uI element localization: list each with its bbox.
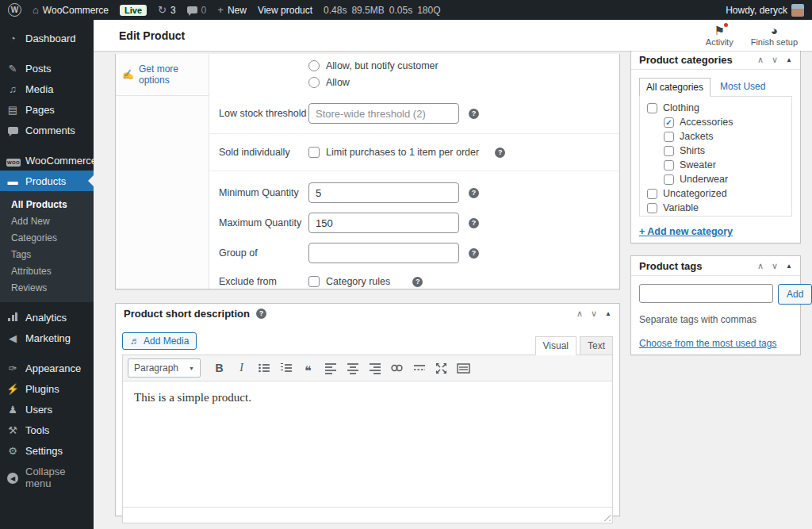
sidebar-item-tools[interactable]: ⚒Tools (0, 420, 94, 440)
italic-button[interactable]: I (232, 358, 251, 378)
low-stock-threshold-input[interactable] (308, 103, 459, 124)
posts-icon: ✎ (6, 63, 19, 75)
category-checkbox[interactable] (664, 160, 674, 171)
low-stock-threshold-label: Low stock threshold (219, 108, 308, 119)
move-up-icon[interactable]: ∧ (576, 309, 583, 319)
fullscreen-button[interactable] (431, 358, 451, 378)
finish-setup-button[interactable]: ◕ Finish setup (751, 25, 798, 47)
updates-icon: ↻ (158, 4, 167, 16)
sidebar-item-settings[interactable]: ⚙Settings (0, 440, 94, 461)
align-center-button[interactable] (343, 358, 362, 378)
toolbar-toggle-button[interactable] (454, 358, 473, 378)
blockquote-button[interactable]: ❝ (298, 358, 318, 378)
link-button[interactable] (387, 358, 407, 378)
submenu-tags[interactable]: Tags (0, 246, 94, 263)
toggle-panel-icon[interactable]: ▲ (786, 56, 792, 63)
sidebar-item-marketing[interactable]: ◀Marketing (0, 328, 94, 348)
collapse-menu-button[interactable]: ◀Collapse menu (0, 467, 94, 488)
category-checkbox[interactable] (647, 103, 657, 113)
category-checkbox[interactable] (664, 174, 674, 185)
dashboard-icon: ◔ (6, 33, 19, 44)
add-tag-button[interactable]: Add (778, 284, 812, 305)
submenu-reviews[interactable]: Reviews (0, 279, 94, 296)
backorders-notify-radio[interactable] (308, 60, 320, 71)
group-of-input[interactable] (308, 243, 459, 263)
add-media-button[interactable]: ♬ Add Media (122, 332, 197, 350)
most-used-tags-link[interactable]: Choose from the most used tags (639, 338, 776, 349)
new-content-link[interactable]: + New (217, 4, 247, 16)
analytics-icon (6, 312, 19, 324)
toggle-panel-icon[interactable]: ▲ (786, 263, 792, 270)
category-checkbox-checked[interactable]: ✓ (664, 117, 674, 128)
move-down-icon[interactable]: ∨ (772, 261, 778, 271)
site-name-link[interactable]: ⌂ WooCommerce (33, 4, 109, 16)
tab-text[interactable]: Text (580, 336, 613, 355)
group-of-label: Group of (219, 247, 308, 259)
move-down-icon[interactable]: ∨ (591, 309, 597, 319)
submenu-all-products[interactable]: All Products (0, 196, 94, 213)
category-variable: Variable (640, 201, 791, 215)
resize-grip[interactable] (601, 512, 611, 521)
view-product-link[interactable]: View product (258, 5, 312, 16)
updates-link[interactable]: ↻ 3 (158, 4, 176, 16)
bold-button[interactable]: B (209, 358, 229, 378)
category-checkbox[interactable] (664, 146, 674, 156)
category-clothing: Clothing (640, 101, 791, 115)
move-down-icon[interactable]: ∨ (772, 55, 778, 65)
get-more-options-tab[interactable]: ✍ Get more options (116, 54, 209, 96)
sidebar-item-users[interactable]: ♟Users (0, 399, 94, 420)
add-new-category-link[interactable]: + Add new category (639, 226, 733, 237)
sidebar-label: Settings (25, 445, 63, 457)
move-up-icon[interactable]: ∧ (757, 55, 764, 65)
users-icon: ♟ (6, 404, 19, 416)
sidebar-item-products[interactable]: ▬Products (0, 171, 94, 191)
sidebar-item-woocommerce[interactable]: WOOWooCommerce (0, 150, 94, 171)
category-rules-checkbox[interactable] (308, 276, 320, 287)
group-of-help-icon[interactable]: ? (469, 248, 479, 259)
move-up-icon[interactable]: ∧ (757, 261, 764, 271)
product-categories-panel: Product categories ∧ ∨ ▲ All categories … (630, 49, 801, 243)
tab-visual[interactable]: Visual (535, 336, 576, 355)
sidebar-item-pages[interactable]: ▤Pages (0, 99, 94, 120)
submenu-categories[interactable]: Categories (0, 229, 94, 246)
tag-input[interactable] (639, 284, 773, 303)
sidebar-item-posts[interactable]: ✎Posts (0, 58, 94, 79)
sidebar-item-appearance[interactable]: ✑Appearance (0, 358, 94, 378)
category-checkbox[interactable] (647, 203, 657, 213)
tab-most-used[interactable]: Most Used (720, 81, 765, 96)
sidebar-item-plugins[interactable]: ⚡Plugins (0, 378, 94, 399)
numbered-list-button[interactable] (276, 358, 296, 378)
short-description-help-icon[interactable]: ? (256, 309, 266, 319)
howdy-menu[interactable]: Howdy, deryck (726, 4, 804, 17)
submenu-attributes[interactable]: Attributes (0, 263, 94, 279)
sidebar-item-dashboard[interactable]: ◔Dashboard (0, 28, 94, 48)
max-quantity-help-icon[interactable]: ? (469, 218, 479, 228)
sidebar-item-comments[interactable]: Comments (0, 120, 94, 140)
sold-individually-checkbox[interactable] (308, 147, 320, 158)
paragraph-format-select[interactable]: Paragraph ▼ (128, 358, 201, 378)
toggle-panel-icon[interactable]: ▲ (605, 310, 611, 317)
submenu-add-new[interactable]: Add New (0, 213, 94, 229)
read-more-button[interactable] (409, 358, 429, 378)
align-left-button[interactable] (320, 358, 340, 378)
editor-content[interactable]: This is a simple product. (123, 381, 612, 507)
bullet-list-button[interactable] (254, 358, 274, 378)
comments-link[interactable]: 0 (187, 5, 207, 16)
align-right-button[interactable] (365, 358, 385, 378)
tab-all-categories[interactable]: All categories (639, 78, 710, 97)
activity-button[interactable]: ⚑ Activity (706, 25, 733, 47)
sidebar-item-analytics[interactable]: Analytics (0, 307, 94, 328)
backorders-allow-radio[interactable] (308, 77, 320, 88)
admin-sidebar: ◔Dashboard ✎Posts ♫Media ▤Pages Comments… (0, 20, 94, 529)
sold-individually-help-icon[interactable]: ? (495, 148, 505, 158)
sidebar-item-media[interactable]: ♫Media (0, 79, 94, 99)
min-quantity-help-icon[interactable]: ? (469, 188, 479, 198)
category-checkbox[interactable] (647, 189, 657, 199)
category-checkbox[interactable] (664, 132, 674, 142)
exclude-from-help-icon[interactable]: ? (412, 277, 423, 287)
short-description-panel: Product short description ? ∧ ∨ ▲ ♬ Add … (115, 303, 620, 516)
max-quantity-input[interactable] (308, 213, 459, 233)
wp-logo-menu[interactable]: W (8, 3, 21, 17)
min-quantity-input[interactable] (308, 182, 459, 203)
low-stock-help-icon[interactable]: ? (469, 109, 479, 119)
